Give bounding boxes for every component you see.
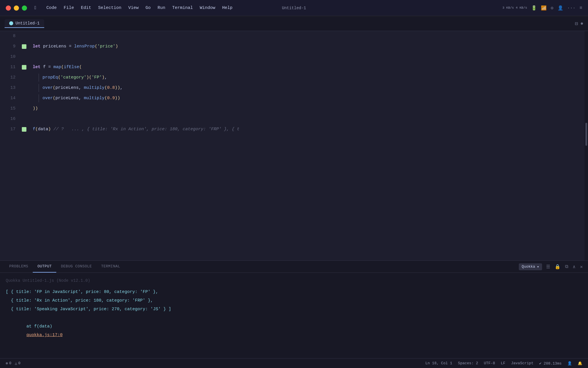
editor-content[interactable]: 8 9 10 11 12 13 14 15 16 17 — [0, 31, 588, 260]
scrollbar-thumb[interactable] — [585, 123, 587, 146]
line-ending[interactable]: LF — [501, 361, 505, 365]
var-pricelens-14: priceLens — [55, 93, 79, 103]
line-num-8: 8 — [5, 31, 16, 41]
line-num-11: 11 — [5, 62, 16, 72]
paren-13-1: ( — [53, 83, 55, 93]
maximize-button[interactable] — [22, 5, 27, 11]
statusbar: ⊗ 0 △ 0 Ln 18, Col 1 Spaces: 2 UTF-8 LF … — [0, 358, 588, 368]
breakpoint-11[interactable] — [22, 65, 26, 70]
fn-multiply-13: multiply — [84, 83, 105, 93]
gutter-12 — [20, 72, 28, 83]
circle-icon: ⊙ — [551, 5, 554, 11]
ellipsis-icon[interactable]: ··· — [567, 5, 576, 11]
quokka-label: Quokka — [522, 264, 535, 269]
paren-9-open: ( — [95, 41, 97, 52]
language-mode[interactable]: JavaScript — [511, 361, 533, 365]
menu-code[interactable]: Code — [44, 4, 60, 12]
tab-terminal[interactable]: TERMINAL — [96, 261, 125, 273]
warning-icon: △ — [15, 361, 17, 366]
person-icon: 👤 — [558, 5, 563, 11]
close-button[interactable] — [6, 5, 11, 11]
line-num-15: 15 — [5, 103, 16, 114]
menu-selection[interactable]: Selection — [95, 4, 124, 12]
indent-spaces[interactable]: Spaces: 2 — [458, 361, 478, 365]
lock-icon[interactable]: 🔒 — [554, 263, 561, 270]
code-area[interactable]: let priceLens = lensProp ( 'price' ) let… — [28, 31, 585, 260]
output-link[interactable]: quokka.js:17:0 — [26, 333, 63, 338]
filter-icon[interactable]: ☰ — [546, 263, 551, 270]
code-line-14: over ( priceLens , multiply ( 0.9 ) ) — [33, 93, 580, 103]
menu-help[interactable]: Help — [219, 4, 235, 12]
traffic-lights — [6, 5, 27, 11]
tab-debug-console[interactable]: DEBUG CONSOLE — [56, 261, 96, 273]
tab-output[interactable]: OUTPUT — [33, 261, 56, 273]
gutter-17 — [20, 124, 28, 135]
breakpoint-9[interactable] — [22, 44, 26, 49]
fn-lensprop: lensProp — [74, 41, 95, 52]
split-editor-icon[interactable]: ⊟ — [575, 20, 578, 27]
menu-run[interactable]: Run — [155, 4, 168, 12]
copy-icon[interactable]: ⧉ — [564, 263, 569, 270]
panel-tabs: PROBLEMS OUTPUT DEBUG CONSOLE TERMINAL Q… — [0, 261, 588, 273]
paren-11-1: ( — [61, 62, 64, 72]
op-eq-9: = — [69, 41, 74, 52]
paren-13-4: ) — [117, 83, 120, 93]
paren-12-2: ) — [86, 72, 89, 83]
num-08: 0.8 — [107, 83, 115, 93]
tab-problems[interactable]: PROBLEMS — [5, 261, 33, 273]
minimize-button[interactable] — [14, 5, 19, 11]
gutter-13 — [20, 83, 28, 93]
paren-17-1: ( — [35, 124, 38, 135]
bell-icon[interactable]: 🔔 — [578, 361, 582, 366]
indent-line-14 — [38, 94, 39, 102]
indent-line-13 — [38, 84, 39, 92]
menu-file[interactable]: File — [61, 4, 77, 12]
titlebar-right: 3 KB/s 4 KB/s 🔋 📶 ⊙ 👤 ··· ≡ — [502, 5, 582, 11]
code-line-15: )) — [33, 103, 580, 114]
var-data: data — [38, 124, 48, 135]
apple-menu[interactable]:  — [32, 4, 40, 12]
close-icon[interactable]: ✕ — [579, 263, 583, 270]
gutter-10 — [20, 52, 28, 62]
menu-go[interactable]: Go — [143, 4, 154, 12]
paren-13-3: ) — [115, 83, 117, 93]
fn-over-14: over — [42, 93, 53, 103]
line-num-10: 10 — [5, 52, 16, 62]
status-errors[interactable]: ⊗ 0 △ 0 — [6, 361, 20, 366]
var-pricelens-13: priceLens — [55, 83, 79, 93]
num-09: 0.9 — [107, 93, 115, 103]
list-icon[interactable]: ≡ — [579, 5, 582, 11]
quokka-selector[interactable]: Quokka ▾ — [519, 263, 542, 270]
status-right: Ln 18, Col 1 Spaces: 2 UTF-8 LF JavaScri… — [425, 361, 582, 366]
code-line-9: let priceLens = lensProp ( 'price' ) — [33, 41, 580, 52]
error-icon: ⊗ — [6, 361, 8, 366]
output-faded: Quokka Untitled-1.js (Node v12.1.0) — [6, 276, 582, 285]
output-line-2: { title: 'Rx in Action', price: 180, cat… — [6, 296, 582, 305]
titlebar-left:  Code File Edit Selection View Go Run T… — [6, 4, 235, 12]
menu-edit[interactable]: Edit — [78, 4, 94, 12]
encoding[interactable]: UTF-8 — [484, 361, 495, 365]
tab-untitled1[interactable]: Untitled-1 — [5, 19, 44, 28]
fn-map: map — [53, 62, 61, 72]
vertical-scrollbar[interactable] — [585, 31, 588, 260]
expand-icon[interactable]: ∧ — [572, 263, 576, 270]
menu-window[interactable]: Window — [197, 4, 218, 12]
str-price: 'price' — [97, 41, 115, 52]
warning-count: 0 — [18, 361, 20, 365]
person-status-icon[interactable]: 👤 — [567, 361, 572, 366]
gutter-14 — [20, 93, 28, 103]
paren-13-2: ( — [105, 83, 107, 93]
fn-over-13: over — [42, 83, 53, 93]
network-speed: 3 KB/s 4 KB/s — [502, 6, 527, 10]
code-line-17: f ( data ) // ? ... , { title: 'Rx in Ac… — [33, 124, 580, 135]
menu-view[interactable]: View — [125, 4, 142, 12]
paren-12-4: ) — [102, 72, 105, 83]
cursor-position[interactable]: Ln 18, Col 1 — [425, 361, 452, 365]
paren-11-2: ( — [79, 62, 82, 72]
editor-circle-icon[interactable]: ● — [580, 21, 583, 26]
gutter-8 — [20, 31, 28, 41]
line-num-9: 9 — [5, 41, 16, 52]
breakpoint-17[interactable] — [22, 127, 26, 132]
menu-terminal[interactable]: Terminal — [169, 4, 196, 12]
wifi-icon: 📶 — [541, 5, 547, 11]
